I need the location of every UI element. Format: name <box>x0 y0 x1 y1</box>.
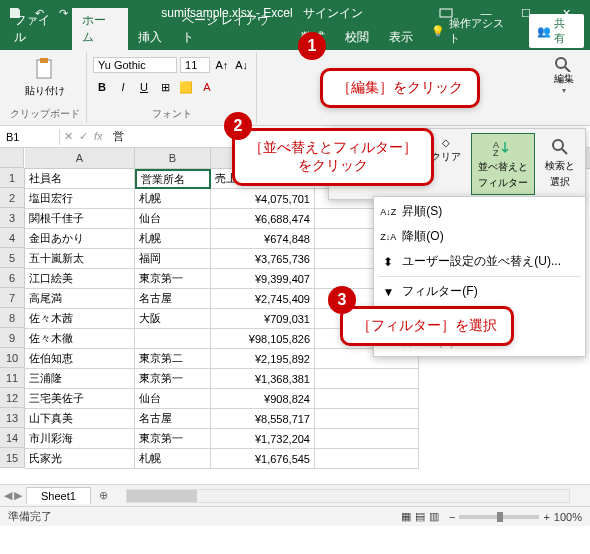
page-break-icon[interactable]: ▥ <box>429 510 439 523</box>
edit-button[interactable]: 編集 ▾ <box>548 54 580 97</box>
fill-color-icon[interactable]: 🟨 <box>177 78 195 96</box>
cancel-formula-icon[interactable]: ✕ <box>64 130 73 143</box>
cell[interactable]: 札幌 <box>135 229 211 249</box>
shrink-font-icon[interactable]: A↓ <box>233 56 250 74</box>
sort-filter-button[interactable]: AZ 並べ替えとフィルター <box>471 133 535 195</box>
cell[interactable]: ¥674,848 <box>211 229 315 249</box>
tab-view[interactable]: 表示 <box>379 25 423 50</box>
find-select-button[interactable]: 検索と選択 <box>539 133 581 195</box>
cell[interactable]: 塩田宏行 <box>25 189 135 209</box>
italic-icon[interactable]: I <box>114 78 132 96</box>
menu-filter[interactable]: ▼ フィルター(F) <box>374 279 585 304</box>
cell[interactable]: 札幌 <box>135 189 211 209</box>
zoom-slider[interactable] <box>459 515 539 519</box>
cell[interactable]: 氏家光 <box>25 449 135 469</box>
cell[interactable]: 福岡 <box>135 249 211 269</box>
font-color-icon[interactable]: A <box>198 78 216 96</box>
row-header[interactable]: 7 <box>0 288 24 308</box>
cell[interactable]: ¥1,368,381 <box>211 369 315 389</box>
cell[interactable]: 札幌 <box>135 449 211 469</box>
row-header[interactable]: 1 <box>0 168 24 188</box>
underline-icon[interactable]: U <box>135 78 153 96</box>
horizontal-scrollbar[interactable] <box>126 489 570 503</box>
cell[interactable]: 社員名 <box>25 169 135 189</box>
cell[interactable]: 営業所名 <box>135 169 211 189</box>
menu-custom-sort[interactable]: ⬍ ユーザー設定の並べ替え(U)... <box>374 249 585 274</box>
zoom-level[interactable]: 100% <box>554 511 582 523</box>
cell[interactable] <box>315 449 419 469</box>
col-header[interactable]: A <box>25 148 135 168</box>
share-button[interactable]: 👥 共有 <box>529 14 584 48</box>
name-box[interactable]: B1 <box>0 129 60 145</box>
zoom-in-icon[interactable]: + <box>543 511 549 523</box>
cell[interactable]: ¥709,031 <box>211 309 315 329</box>
cell[interactable]: 仙台 <box>135 209 211 229</box>
select-all-corner[interactable] <box>0 148 24 168</box>
row-header[interactable]: 15 <box>0 448 24 468</box>
cell[interactable]: 三浦隆 <box>25 369 135 389</box>
border-icon[interactable]: ⊞ <box>156 78 174 96</box>
cell[interactable]: 東京第一 <box>135 429 211 449</box>
cell[interactable]: 市川彩海 <box>25 429 135 449</box>
tab-insert[interactable]: 挿入 <box>128 25 172 50</box>
cell[interactable]: 関根千佳子 <box>25 209 135 229</box>
sheet-prev-icon[interactable]: ◀ <box>4 489 12 502</box>
cell[interactable]: 山下真美 <box>25 409 135 429</box>
menu-sort-desc[interactable]: Z↓A 降順(O) <box>374 224 585 249</box>
cell[interactable] <box>315 369 419 389</box>
cell[interactable] <box>315 409 419 429</box>
font-size-select[interactable]: 11 <box>180 57 210 73</box>
row-header[interactable]: 10 <box>0 348 24 368</box>
cell[interactable] <box>135 329 211 349</box>
cell[interactable]: 東京第一 <box>135 269 211 289</box>
cell[interactable]: 五十嵐新太 <box>25 249 135 269</box>
cell[interactable]: 江口絵美 <box>25 269 135 289</box>
row-header[interactable]: 13 <box>0 408 24 428</box>
font-name-select[interactable]: Yu Gothic <box>93 57 177 73</box>
cell[interactable]: ¥4,075,701 <box>211 189 315 209</box>
menu-sort-asc[interactable]: A↓Z 昇順(S) <box>374 199 585 224</box>
cell[interactable]: ¥3,765,736 <box>211 249 315 269</box>
cell[interactable]: ¥2,745,409 <box>211 289 315 309</box>
cell[interactable]: 佐々木徹 <box>25 329 135 349</box>
sheet-next-icon[interactable]: ▶ <box>14 489 22 502</box>
row-header[interactable]: 5 <box>0 248 24 268</box>
cell[interactable]: ¥6,688,474 <box>211 209 315 229</box>
cell[interactable]: ¥908,824 <box>211 389 315 409</box>
cell[interactable]: ¥1,732,204 <box>211 429 315 449</box>
cell[interactable]: 佐伯知恵 <box>25 349 135 369</box>
cell[interactable]: 大阪 <box>135 309 211 329</box>
tab-home[interactable]: ホーム <box>72 8 128 50</box>
zoom-out-icon[interactable]: − <box>449 511 455 523</box>
row-header[interactable]: 9 <box>0 328 24 348</box>
accept-formula-icon[interactable]: ✓ <box>79 130 88 143</box>
tab-file[interactable]: ファイル <box>4 8 72 50</box>
normal-view-icon[interactable]: ▦ <box>401 510 411 523</box>
bold-icon[interactable]: B <box>93 78 111 96</box>
row-header[interactable]: 12 <box>0 388 24 408</box>
cell[interactable]: 名古屋 <box>135 289 211 309</box>
row-header[interactable]: 14 <box>0 428 24 448</box>
cell[interactable]: ¥8,558,717 <box>211 409 315 429</box>
cell[interactable]: 東京第二 <box>135 349 211 369</box>
cell[interactable] <box>315 429 419 449</box>
cell[interactable]: 仙台 <box>135 389 211 409</box>
cell[interactable]: 金田あかり <box>25 229 135 249</box>
paste-button[interactable]: 貼り付け <box>10 54 80 100</box>
row-header[interactable]: 2 <box>0 188 24 208</box>
row-header[interactable]: 11 <box>0 368 24 388</box>
cell[interactable]: ¥2,195,892 <box>211 349 315 369</box>
row-header[interactable]: 3 <box>0 208 24 228</box>
fx-icon[interactable]: fx <box>94 130 103 143</box>
page-layout-icon[interactable]: ▤ <box>415 510 425 523</box>
row-header[interactable]: 8 <box>0 308 24 328</box>
grow-font-icon[interactable]: A↑ <box>213 56 230 74</box>
tell-me[interactable]: 💡 操作アシスト <box>423 12 523 50</box>
cell[interactable]: ¥98,105,826 <box>211 329 315 349</box>
sheet-tab[interactable]: Sheet1 <box>26 487 91 504</box>
cell[interactable]: ¥1,676,545 <box>211 449 315 469</box>
cell[interactable]: 高尾満 <box>25 289 135 309</box>
col-header[interactable]: B <box>135 148 211 168</box>
cell[interactable] <box>315 389 419 409</box>
cell[interactable]: 名古屋 <box>135 409 211 429</box>
